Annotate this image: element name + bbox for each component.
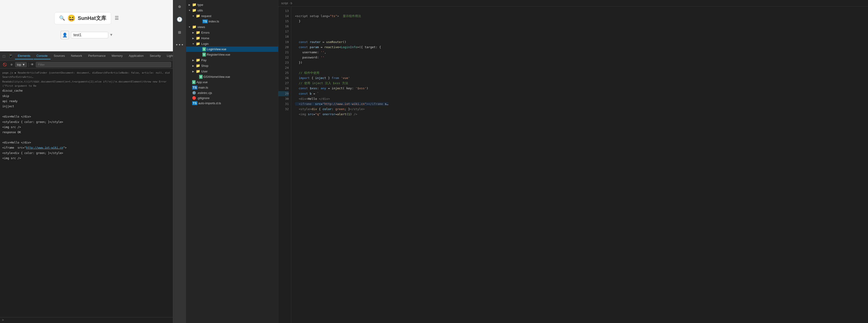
context-dropdown[interactable]: top ▼ — [15, 62, 27, 67]
file-item-pay[interactable]: ▶ 📁 Pay — [186, 57, 278, 63]
tab-console[interactable]: Console — [34, 52, 51, 59]
folder-icon: 📁 — [192, 8, 196, 12]
code-editor-area: 13 14 15 16 17 18 19 20 21 22 23 24 25 2… — [278, 6, 868, 323]
console-line: response OK — [2, 130, 170, 135]
file-item-maints[interactable]: TS main.ts — [186, 85, 278, 90]
code-content: <script setup lang="ts"> 显示组件用法 } const … — [291, 6, 868, 323]
file-item-registerview-vue[interactable]: V RegisterView.vue — [186, 52, 278, 57]
file-name: main.ts — [198, 86, 208, 89]
file-item-errors[interactable]: ▶ 📁 Errors — [186, 30, 278, 35]
file-item-gsxhomeview[interactable]: V GSXHomeView.vue — [186, 74, 278, 79]
console-filter-input[interactable] — [36, 62, 171, 67]
file-item-shop[interactable]: ▶ 📁 Shop — [186, 63, 278, 69]
history-icon[interactable]: 🕐 — [175, 15, 184, 24]
file-item-index-ts[interactable]: TS index.ts — [186, 19, 278, 24]
console-prompt: > — [0, 317, 173, 323]
browser-logo-area: 🔍 😆 SunHat文库 — [54, 12, 111, 24]
tab-lighthouse[interactable]: Lighthouse — [164, 52, 173, 59]
file-item-home[interactable]: ▶ 📁 Home — [186, 35, 278, 41]
tab-security[interactable]: Security — [147, 52, 163, 59]
avatar-icon: 👤 — [61, 31, 69, 39]
left-panel: 🔍 😆 SunHat文库 ☰ 👤 ▼ ⬚ 📱 Elements Console … — [0, 0, 173, 323]
arrow-icon: ▼ — [192, 15, 195, 17]
console-output: page.js ▶ ReaderArticleFinder {contentDo… — [0, 69, 173, 317]
file-item-eslintrc[interactable]: ⚙️ .eslintrc.cjs — [186, 90, 278, 95]
console-line: <style>div { color: green; }</style> — [2, 151, 170, 156]
file-item-user[interactable]: ▶ 📁 User — [186, 69, 278, 74]
folder-icon: 📁 — [196, 58, 200, 62]
more-icon[interactable]: ••• — [174, 41, 185, 49]
vue-icon: V — [199, 75, 203, 79]
file-item-appvue[interactable]: V App.vue — [186, 79, 278, 85]
file-item-views[interactable]: ▼ 📁 views — [186, 24, 278, 30]
code-editor-panel: script · b 13 14 15 16 17 18 19 20 21 22… — [278, 0, 868, 323]
console-line: injject — [2, 104, 170, 109]
tab-memory[interactable]: Memory — [109, 52, 125, 59]
file-name: utils — [197, 9, 203, 12]
file-tree-panel: ▶ 📁 type ▼ 📁 utils ▼ 📁 request — [186, 0, 278, 323]
breadcrumb-script: script — [281, 2, 288, 5]
file-name: .gitignore — [197, 96, 209, 100]
tab-sources[interactable]: Sources — [51, 52, 68, 59]
console-line: page.js ▶ ReaderArticleFinder {contentDo… — [2, 71, 170, 79]
stop-icon[interactable]: ⊘ — [9, 62, 13, 67]
arrow-icon: ▼ — [192, 42, 195, 45]
dropdown-arrow-icon: ▼ — [22, 63, 25, 66]
editor-breadcrumb: script · b — [278, 0, 868, 6]
ts-icon: TS — [203, 20, 208, 23]
arrow-icon: ▼ — [188, 26, 191, 28]
login-input-row: 👤 ▼ — [61, 31, 113, 39]
console-line: <iframe src="http://www.iot-wiki.cn"> — [2, 145, 170, 150]
menu-icon[interactable]: ☰ — [115, 15, 119, 21]
folder-icon: 📁 — [196, 64, 200, 68]
arrow-icon: ▶ — [192, 37, 195, 39]
folder-icon: 📁 — [196, 42, 200, 46]
grid-icon[interactable]: ⊞ — [177, 28, 182, 37]
file-name: .eslintrc.cjs — [197, 91, 212, 95]
console-line — [2, 109, 170, 114]
console-line: <img src /> — [2, 125, 170, 130]
login-username-input[interactable] — [71, 32, 108, 38]
file-name: views — [197, 25, 205, 29]
file-name: Home — [201, 36, 209, 40]
file-item-request[interactable]: ▼ 📁 request — [186, 13, 278, 19]
file-name: index.ts — [209, 20, 219, 23]
inspect-icon[interactable]: ⬚ — [1, 53, 6, 59]
arrow-icon: ▶ — [192, 31, 195, 34]
tab-application[interactable]: Application — [126, 52, 147, 59]
dropdown-label: top — [17, 63, 21, 66]
folder-icon: 📁 — [192, 3, 196, 7]
file-item-auto-imports[interactable]: TS auto-imports.d.ts — [186, 101, 278, 106]
arrow-icon: ▶ — [192, 70, 195, 73]
tab-performance[interactable]: Performance — [85, 52, 108, 59]
file-name: type — [197, 3, 203, 6]
file-item-utils[interactable]: ▼ 📁 utils — [186, 7, 278, 13]
console-line: Readability(e,t){if(t&&t.documentElement… — [2, 79, 170, 88]
console-line: discuz_cache — [2, 88, 170, 94]
target-icon[interactable]: ⊕ — [177, 2, 182, 11]
eye-icon[interactable]: 👁 — [31, 63, 34, 67]
file-item-login[interactable]: ▼ 📁 Login — [186, 41, 278, 46]
devtools-panel: ⬚ 📱 Elements Console Sources Network Per… — [0, 51, 173, 323]
line-numbers: 13 14 15 16 17 18 19 20 21 22 23 24 25 2… — [278, 6, 291, 323]
file-name: LoginView.vue — [207, 47, 226, 51]
tab-network[interactable]: Network — [68, 52, 85, 59]
console-line: <div>Hello </div> — [2, 140, 170, 145]
git-icon: 🔴 — [192, 96, 196, 100]
tab-elements[interactable]: Elements — [15, 52, 33, 59]
file-name: RegisterView.vue — [207, 53, 230, 56]
devtools-toolbar: 🚫 ⊘ top ▼ 👁 — [0, 61, 173, 69]
file-name: request — [201, 14, 211, 18]
file-item-gitignore[interactable]: 🔴 .gitignore — [186, 95, 278, 101]
console-line — [2, 135, 170, 140]
clear-console-icon[interactable]: 🚫 — [2, 62, 8, 67]
console-line: api ready — [2, 99, 170, 104]
console-input[interactable] — [5, 319, 171, 322]
device-icon[interactable]: 📱 — [7, 53, 14, 59]
file-item-loginview-vue[interactable]: V LoginView.vue — [186, 46, 278, 52]
devtools-tabs: ⬚ 📱 Elements Console Sources Network Per… — [0, 51, 173, 61]
eslint-icon: ⚙️ — [192, 91, 196, 95]
vue-icon: V — [192, 80, 195, 84]
file-item-type[interactable]: ▶ 📁 type — [186, 2, 278, 7]
file-name: App.vue — [196, 80, 208, 84]
